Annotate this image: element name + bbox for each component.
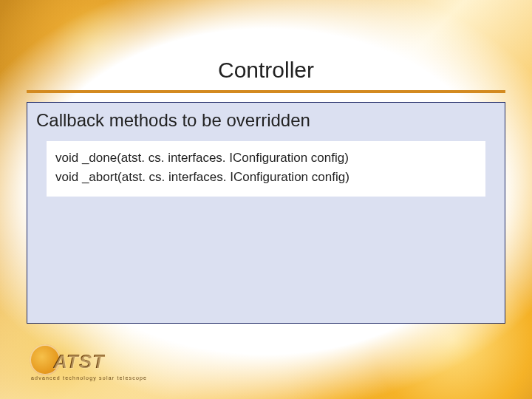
title-rule [27,90,505,93]
code-line: void _abort(atst. cs. interfaces. IConfi… [55,168,477,187]
code-box: void _done(atst. cs. interfaces. IConfig… [47,141,485,197]
subtitle: Callback methods to be overridden [36,110,496,131]
logo-subtext: advanced technology solar telescope [31,375,147,381]
content-panel: Callback methods to be overridden void _… [27,102,505,324]
atst-logo: ATST advanced technology solar telescope [25,346,136,386]
slide-title: Controller [0,58,532,83]
slide: Controller Callback methods to be overri… [0,0,532,399]
code-line: void _done(atst. cs. interfaces. IConfig… [55,149,477,168]
logo-text: ATST [53,350,105,373]
